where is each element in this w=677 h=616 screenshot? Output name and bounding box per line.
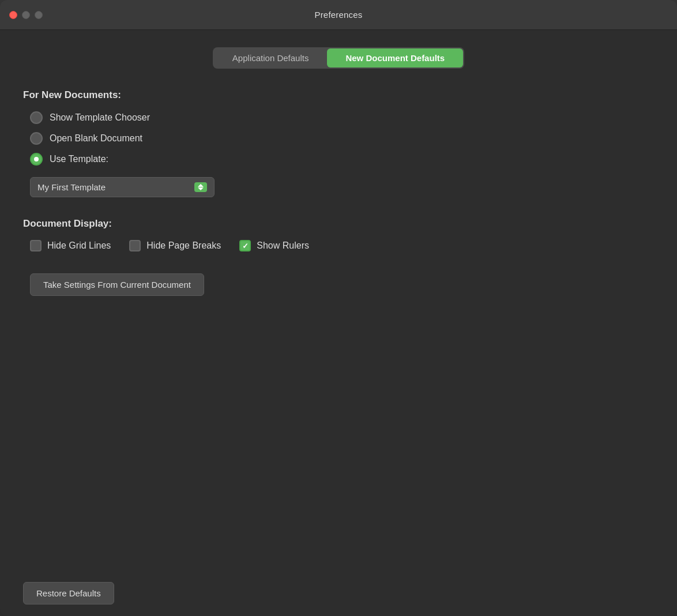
radio-button-show-template-chooser[interactable]: [30, 111, 43, 124]
radio-group: Show Template Chooser Open Blank Documen…: [30, 111, 654, 166]
titlebar: Preferences: [0, 0, 677, 30]
checkbox-label-hide-grid-lines: Hide Grid Lines: [47, 241, 111, 251]
minimize-button[interactable]: [22, 11, 30, 19]
radio-open-blank-document[interactable]: Open Blank Document: [30, 132, 654, 145]
spacer: [23, 296, 654, 553]
restore-defaults-button[interactable]: Restore Defaults: [23, 582, 114, 604]
take-settings-container: Take Settings From Current Document: [30, 273, 654, 296]
checkbox-hide-page-breaks[interactable]: Hide Page Breaks: [129, 240, 221, 251]
tab-new-document-defaults[interactable]: New Document Defaults: [327, 48, 463, 67]
checkbox-row: Hide Grid Lines Hide Page Breaks Show Ru…: [30, 240, 654, 251]
for-new-documents-section: For New Documents: Show Template Chooser…: [23, 89, 654, 218]
tab-bar: Application Defaults New Document Defaul…: [23, 47, 654, 69]
document-display-section: Document Display: Hide Grid Lines Hide P…: [23, 218, 654, 251]
checkbox-hide-grid-lines[interactable]: Hide Grid Lines: [30, 240, 111, 251]
window-title: Preferences: [314, 10, 362, 20]
radio-label-show-template-chooser: Show Template Chooser: [50, 112, 150, 123]
radio-label-use-template: Use Template:: [50, 154, 108, 164]
checkbox-box-hide-grid-lines[interactable]: [30, 240, 42, 251]
take-settings-button[interactable]: Take Settings From Current Document: [30, 273, 204, 296]
maximize-button[interactable]: [35, 11, 43, 19]
checkbox-label-hide-page-breaks: Hide Page Breaks: [146, 241, 221, 251]
traffic-lights: [9, 11, 43, 19]
tab-container: Application Defaults New Document Defaul…: [213, 47, 464, 69]
radio-button-open-blank-document[interactable]: [30, 132, 43, 145]
main-content: Application Defaults New Document Defaul…: [0, 30, 677, 570]
radio-use-template[interactable]: Use Template:: [30, 153, 654, 166]
radio-show-template-chooser[interactable]: Show Template Chooser: [30, 111, 654, 124]
arrow-up-icon: [198, 184, 204, 187]
template-dropdown[interactable]: My First Template: [30, 177, 215, 197]
for-new-documents-label: For New Documents:: [23, 89, 654, 101]
template-dropdown-value: My First Template: [37, 182, 106, 192]
preferences-window: Preferences Application Defaults New Doc…: [0, 0, 677, 616]
tab-application-defaults[interactable]: Application Defaults: [214, 48, 328, 67]
bottom-bar: Restore Defaults: [0, 570, 677, 616]
radio-button-use-template[interactable]: [30, 153, 43, 166]
template-dropdown-container: My First Template: [30, 177, 654, 197]
checkbox-label-show-rulers: Show Rulers: [257, 241, 309, 251]
radio-label-open-blank-document: Open Blank Document: [50, 133, 142, 144]
checkbox-show-rulers[interactable]: Show Rulers: [239, 240, 309, 251]
dropdown-arrows-icon: [194, 182, 207, 192]
close-button[interactable]: [9, 11, 17, 19]
checkbox-box-hide-page-breaks[interactable]: [129, 240, 141, 251]
checkbox-box-show-rulers[interactable]: [239, 240, 251, 251]
arrow-down-icon: [198, 187, 204, 190]
document-display-label: Document Display:: [23, 218, 654, 230]
